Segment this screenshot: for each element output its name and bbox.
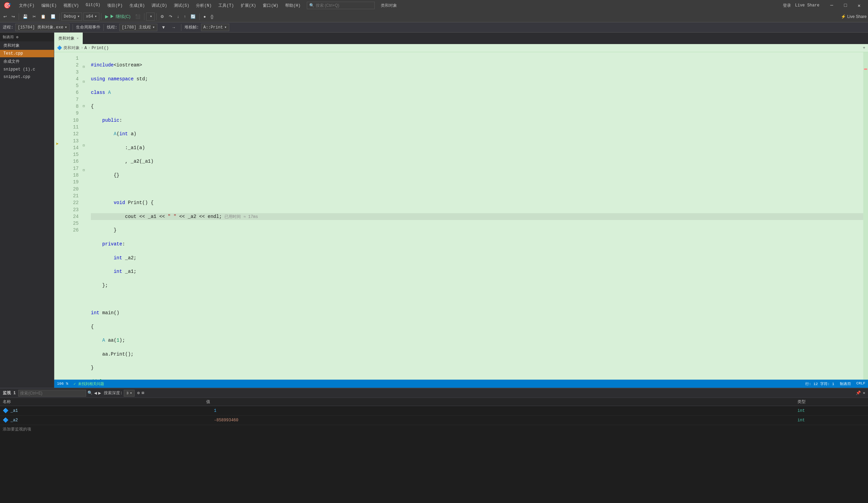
editor-tab-classandobject[interactable]: 类和对象 ✕ <box>54 33 83 44</box>
line-num-24: 24 <box>64 213 79 220</box>
chevron-down-icon: ▾ <box>130 391 132 395</box>
menu-test[interactable]: 测试(S) <box>171 2 192 9</box>
step-into-button[interactable]: ↓ <box>175 12 181 21</box>
breakpoints-button[interactable]: ● <box>202 12 208 21</box>
watch-row-a2[interactable]: 🔷 _a2 -858993460 int <box>0 416 868 425</box>
thread-dropdown[interactable]: [1788] 主线程 ▾ <box>119 24 157 31</box>
editor-scrollbar[interactable] <box>863 52 868 380</box>
minimize-button[interactable]: ─ <box>826 1 837 10</box>
search-input[interactable] <box>316 3 366 8</box>
nav-back-icon[interactable]: ◀ <box>94 390 97 396</box>
encoding-status[interactable]: 制表符 <box>840 381 851 386</box>
sidebar-item-snippet[interactable]: snippet.cpp <box>0 73 54 81</box>
line-num-13: 13 <box>64 138 79 144</box>
fold-19[interactable]: ⊟ <box>83 143 88 148</box>
watch-search-area: 🔍 ◀ ▶ 搜索深度: 3 ▾ ⚙ ⊞ <box>18 390 853 397</box>
user-login[interactable]: 登录 <box>783 3 791 9</box>
line-num-10: 10 <box>64 117 79 124</box>
fold-11[interactable]: ⊟ <box>83 104 88 109</box>
process-label: 进程: <box>3 24 13 30</box>
menu-git[interactable]: Git(G) <box>83 2 103 9</box>
line-num-1: 1 <box>64 55 79 62</box>
pin-icon[interactable]: 📌 <box>856 390 861 396</box>
sidebar-item-classandobject[interactable]: 类和对象 <box>0 41 54 50</box>
settings-button[interactable]: ⚙ <box>158 12 166 21</box>
watch-row-a1[interactable]: 🔷 _a1 1 int <box>0 406 868 416</box>
problem-status[interactable]: ✓ 未找到相关问题 <box>74 381 104 386</box>
copy-button[interactable]: 📋 <box>39 12 48 21</box>
undo-button[interactable]: ↩ <box>1 12 9 21</box>
menu-build[interactable]: 生成(B) <box>127 2 148 9</box>
menu-analyze[interactable]: 分析(N) <box>193 2 214 9</box>
menu-project[interactable]: 项目(P) <box>104 2 125 9</box>
add-watch-item[interactable]: 添加要监视的项 <box>0 425 868 433</box>
line-ending-status[interactable]: CRLF <box>857 381 865 386</box>
debug-sep-2 <box>103 24 104 31</box>
sidebar-item-remaining[interactable]: 余成文件 <box>0 57 54 66</box>
close-icon[interactable]: ✕ <box>76 36 79 40</box>
search-depth-dropdown[interactable]: 3 ▾ <box>124 390 134 397</box>
line-num-5: 5 <box>64 82 79 89</box>
fold-22 <box>83 158 88 164</box>
thread-filter-button[interactable]: ▼ <box>159 23 168 32</box>
sidebar-item-testcpp[interactable]: Test.cpp <box>0 50 54 57</box>
menu-debug[interactable]: 调试(D) <box>149 2 170 9</box>
close-button[interactable]: ✕ <box>854 1 865 10</box>
breadcrumb-tab[interactable]: 类和对象 <box>63 45 80 51</box>
continue-button[interactable]: ▶ ▶ 继续(C) <box>103 13 133 20</box>
watch-search-input[interactable] <box>18 390 86 397</box>
code-content[interactable]: #include<iostream> using namespace std; … <box>88 52 863 380</box>
platform-dropdown[interactable]: x64 ▾ <box>83 12 99 21</box>
fold-24[interactable]: ⊟ <box>83 168 88 173</box>
sidebar-item-snippet1[interactable]: snippet (1).c <box>0 66 54 73</box>
expand-icon[interactable]: + <box>863 46 865 51</box>
step-out-button[interactable]: ↑ <box>182 12 188 21</box>
line-num-14: 14 <box>64 144 79 151</box>
save-all-button[interactable]: 💾 <box>21 12 30 21</box>
line-num-23: 23 <box>64 207 79 213</box>
paste-button[interactable]: 📃 <box>49 12 58 21</box>
close-icon[interactable]: ✕ <box>863 390 865 396</box>
stop-button[interactable]: ⬛ <box>133 12 142 21</box>
redo-button[interactable]: ↪ <box>10 12 17 21</box>
menu-extensions[interactable]: 扩展(X) <box>238 2 259 9</box>
search-box[interactable]: 🔍 <box>307 2 375 9</box>
title-bar: 🎯 文件(F) 编辑(E) 视图(V) Git(G) 项目(P) 生成(B) 调… <box>0 0 868 11</box>
menu-view[interactable]: 视图(V) <box>61 2 82 9</box>
fold-3[interactable]: ⊟ <box>83 65 88 70</box>
menu-edit[interactable]: 编辑(E) <box>39 2 60 9</box>
zoom-level[interactable]: 106 % <box>57 382 68 386</box>
maximize-button[interactable]: □ <box>840 1 851 10</box>
hex-button[interactable]: {} <box>208 12 215 21</box>
stack-dropdown[interactable]: A::Print ▾ <box>201 24 229 31</box>
menu-help[interactable]: 帮助(H) <box>282 2 303 9</box>
filter-icon[interactable]: ⚙ <box>137 390 140 396</box>
breadcrumb-class[interactable]: A <box>84 46 87 51</box>
fold-7 <box>83 84 88 90</box>
row-col-status[interactable]: 行: 12 字符: 1 <box>805 381 835 386</box>
liveshare-icon: ⚡ <box>841 14 846 19</box>
thread-nav-button[interactable]: → <box>170 23 178 32</box>
menu-tools[interactable]: 工具(T) <box>216 2 237 9</box>
liveshare-button[interactable]: ⚡ Live Share <box>841 14 867 19</box>
cut-button[interactable]: ✂ <box>31 12 38 21</box>
process-dropdown[interactable]: [15784] 类和对象.exe ▾ <box>15 24 70 31</box>
code-line-9: {} <box>91 172 863 179</box>
fold-23 <box>83 163 88 168</box>
liveshare-label[interactable]: Live Share <box>795 3 819 8</box>
menu-window[interactable]: 窗口(W) <box>260 2 281 9</box>
nav-forward-icon[interactable]: ▶ <box>98 390 101 396</box>
debug-toolbar: 进程: [15784] 类和对象.exe ▾ 生命周期事件 线程: [1788]… <box>0 22 868 33</box>
restart-button[interactable]: 🔄 <box>188 12 198 21</box>
window-controls: ─ □ ✕ <box>826 1 865 10</box>
fold-6[interactable]: ⊟ <box>83 80 88 85</box>
breadcrumb-func[interactable]: Print() <box>92 46 108 51</box>
code-line-18 <box>91 295 863 302</box>
watch-dropdown[interactable]: ▾ <box>146 12 155 21</box>
step-over-button[interactable]: ↷ <box>167 12 174 21</box>
debug-arrow-icon: ➤ <box>55 141 59 147</box>
menu-file[interactable]: 文件(F) <box>16 2 37 9</box>
watch-name-a1: _a1 <box>11 408 214 413</box>
expand-all-icon[interactable]: ⊞ <box>142 390 144 396</box>
debug-config-dropdown[interactable]: Debug ▾ <box>61 12 82 21</box>
